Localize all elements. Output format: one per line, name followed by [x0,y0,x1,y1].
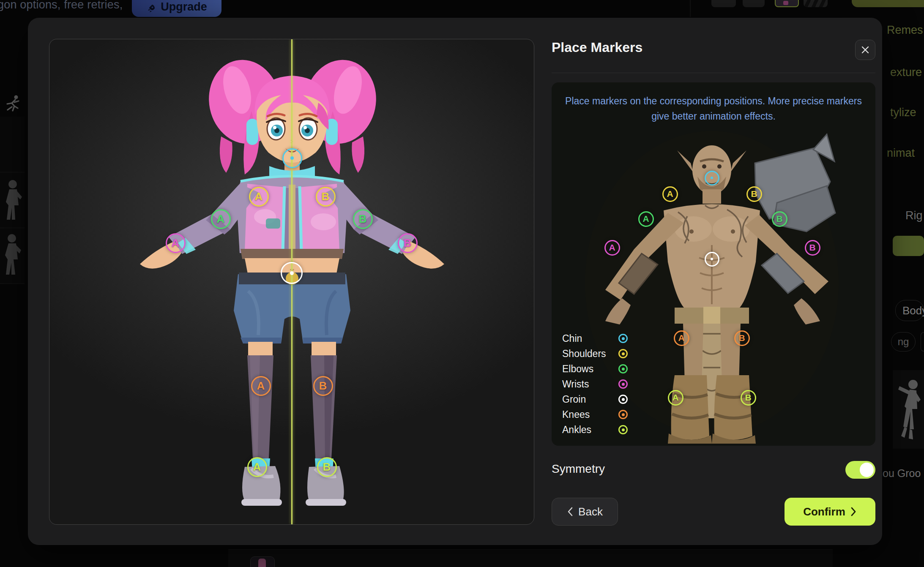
reference-markers-layer: ABABABABAB [552,82,875,446]
pose-thumbnail[interactable] [0,172,25,228]
rail-label-animate[interactable]: nimat [887,147,915,160]
close-icon [861,45,870,55]
marker-chin[interactable] [282,148,302,168]
marker-shoulder-b[interactable]: B [316,187,336,207]
pill-button-partial[interactable] [921,332,924,352]
marker-wrist-a[interactable]: A [604,240,620,256]
groove-caption: ou Groo [883,467,921,480]
confirm-label: Confirm [803,505,845,518]
history-thumbnail[interactable] [743,0,765,7]
marker-shoulder-b[interactable]: B [746,186,762,202]
animation-preview-thumbnail[interactable] [893,370,924,449]
marker-ankle-a[interactable]: A [668,390,683,406]
pose-thumbnail[interactable] [0,117,25,172]
marker-knee-a[interactable]: A [674,330,689,346]
generate-button-partial[interactable] [852,0,924,7]
close-button[interactable] [855,40,875,60]
character-viewport[interactable]: ABABABABAB [49,39,534,525]
modal-title: Place Markers [552,40,642,55]
marker-ankle-b[interactable]: B [741,390,756,406]
history-thumbnail-selected[interactable] [775,0,799,7]
symmetry-toggle[interactable] [845,461,875,479]
rig-tab-label[interactable]: Rig [905,209,923,222]
marker-groin[interactable] [705,252,719,267]
header-divider [552,73,875,73]
reference-panel: Place markers on the corresponding posit… [552,82,875,446]
rail-label-texture[interactable]: exture [890,66,922,79]
marker-ankle-a[interactable]: A [247,457,267,477]
symmetry-label: Symmetry [552,462,605,476]
marker-chin[interactable] [705,171,719,185]
rig-action-button-partial[interactable] [893,236,924,256]
topbar-text: gon options, free retries, [0,0,123,11]
marker-elbow-b[interactable]: B [772,211,787,227]
pose-thumbnail-rail [0,117,25,284]
marker-knee-b[interactable]: B [734,330,750,346]
bottom-asset-thumbnail[interactable] [250,556,275,567]
confirm-button[interactable]: Confirm [785,498,875,526]
bottom-panel [228,549,833,567]
marker-groin[interactable] [281,262,303,284]
marker-elbow-a[interactable]: A [638,211,654,227]
viewport-markers-layer: ABABABABAB [49,39,534,524]
marker-ankle-b[interactable]: B [317,457,337,477]
rocket-icon [146,3,156,14]
standing-pill-button[interactable]: ng [891,332,916,352]
chevron-left-icon [567,507,573,517]
toggle-knob [860,463,874,477]
body-pill-button[interactable]: Body [895,300,924,321]
animation-run-icon[interactable] [2,94,23,113]
marker-wrist-b[interactable]: B [398,233,418,253]
marker-shoulder-a[interactable]: A [249,187,269,207]
place-markers-modal: ABABABABAB Place Markers Place markers o… [28,18,882,545]
back-label: Back [578,505,603,518]
marker-knee-a[interactable]: A [251,376,271,396]
back-button[interactable]: Back [552,498,618,526]
rail-label-remesh[interactable]: Remes [887,24,923,37]
marker-wrist-a[interactable]: A [166,233,186,253]
chevron-right-icon [850,507,857,517]
history-thumbnail[interactable] [711,0,736,7]
topbar-separator [690,0,691,17]
marker-elbow-a[interactable]: A [211,209,231,229]
upgrade-button[interactable]: Upgrade [132,0,221,17]
pose-thumbnail[interactable] [0,228,25,284]
history-thumbnail-striped[interactable] [804,0,828,7]
app-root: gon options, free retries, Upgrade [0,0,924,567]
marker-shoulder-a[interactable]: A [662,186,678,202]
marker-wrist-b[interactable]: B [805,240,820,256]
rail-label-stylize[interactable]: tylize [890,106,916,119]
marker-elbow-b[interactable]: B [353,209,373,229]
marker-knee-b[interactable]: B [313,376,333,396]
upgrade-label: Upgrade [161,0,207,14]
